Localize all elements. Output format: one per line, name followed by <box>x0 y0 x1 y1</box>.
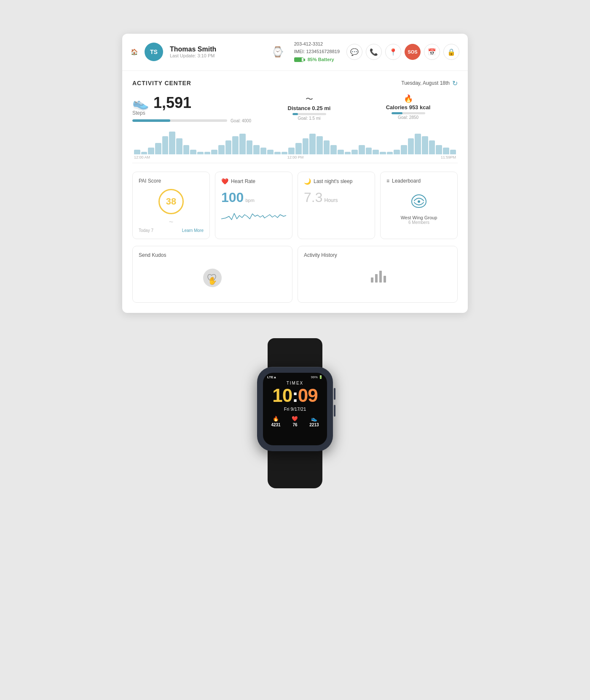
chart-bar <box>366 148 372 154</box>
svg-point-0 <box>418 200 420 203</box>
cards-grid: PAI Score 38 ~ Today 7 Learn More ❤️ Hea… <box>122 165 468 246</box>
chart-bar <box>309 134 316 154</box>
activity-history-title: Activity History <box>304 252 337 258</box>
chart-bar <box>351 150 358 154</box>
sleep-value: 7.3 <box>304 190 322 205</box>
chart-bar <box>443 148 449 154</box>
svg-rect-4 <box>375 274 378 283</box>
pai-bottom: Today 7 Learn More <box>139 228 204 233</box>
chart-bar <box>282 152 288 154</box>
distance-icon: 〜 <box>260 94 359 104</box>
watch-calories-value: 4231 <box>271 423 280 427</box>
watch-heart-icon: ❤️ <box>292 416 298 422</box>
header-actions: 💬 📞 📍 SOS 📅 🔒 <box>346 44 459 60</box>
calendar-button[interactable]: 📅 <box>424 44 440 60</box>
chart-bar <box>422 136 428 154</box>
chart-bar <box>345 152 351 154</box>
chart-bar <box>176 138 182 154</box>
sleep-icon: 🌙 <box>304 178 311 185</box>
distance-value: Distance 0.25 mi <box>260 105 359 111</box>
battery-text: 85% Battery <box>308 56 334 64</box>
svg-rect-5 <box>379 271 382 283</box>
chart-bar <box>394 150 400 154</box>
leaderboard-card[interactable]: ≡ Leaderboard West Wing Group 6 Members <box>380 172 458 239</box>
bottom-cards-grid: Send Kudos ✋ Activity History <box>122 246 468 313</box>
pai-learn[interactable]: Learn More <box>182 228 204 233</box>
activity-history-card[interactable]: Activity History <box>298 246 458 303</box>
leaderboard-icon: ≡ <box>386 178 389 184</box>
watch-icon: ⌚ <box>271 46 284 58</box>
calories-progress-fill <box>392 112 402 114</box>
chart-bar <box>260 148 267 154</box>
watch-side-button-top[interactable] <box>334 388 335 400</box>
svg-rect-6 <box>384 276 386 283</box>
lock-button[interactable]: 🔒 <box>443 44 459 60</box>
chart-bar <box>134 150 140 154</box>
svg-text:✋: ✋ <box>208 276 217 285</box>
leaderboard-badge <box>407 189 431 213</box>
watch-calories-icon: 🔥 <box>273 416 279 422</box>
home-icon[interactable]: 🏠 <box>131 48 138 55</box>
phone-number: 203-412-3312 <box>294 40 340 48</box>
chart-labels: 12:00 AM 12:00 PM 11:59PM <box>132 154 458 159</box>
ac-title: ACTIVITY CENTER <box>132 80 191 86</box>
pai-title: PAI Score <box>139 178 161 184</box>
leaderboard-group-name: West Wing Group <box>386 215 451 220</box>
user-info: Thomas Smith Last Update: 3:10 PM <box>170 46 265 58</box>
battery-icon <box>294 57 305 62</box>
watch-steps-value: 2213 <box>309 423 319 427</box>
chart-bar <box>330 145 337 154</box>
sleep-card[interactable]: 🌙 Last night's sleep 7.3 Hours <box>298 172 375 239</box>
location-button[interactable]: 📍 <box>385 44 401 60</box>
chart-bar <box>380 152 386 154</box>
watch-side-button-bottom[interactable] <box>334 405 335 417</box>
chart-bar <box>162 136 169 154</box>
chart-bar <box>148 148 154 154</box>
activity-center: ACTIVITY CENTER Tuesday, August 18th ↻ 👟… <box>122 71 468 163</box>
watch-lte: LTE▲ <box>267 375 276 379</box>
chart-bar <box>295 143 302 154</box>
hr-value: 100 <box>221 190 244 205</box>
phone-button[interactable]: 📞 <box>366 44 382 60</box>
ac-date: Tuesday, August 18th ↻ <box>401 79 458 87</box>
watch-band-bottom <box>268 450 322 488</box>
calories-icon: 🔥 <box>359 94 458 103</box>
chart-bar <box>267 150 274 154</box>
pai-card[interactable]: PAI Score 38 ~ Today 7 Learn More <box>132 172 210 239</box>
svg-rect-3 <box>371 277 373 283</box>
chart-bar <box>225 140 232 154</box>
heart-rate-icon: ❤️ <box>221 178 228 185</box>
distance-progress-fill <box>292 113 298 115</box>
watch-time: 10:09 <box>272 386 318 405</box>
watch-steps-icon: 👟 <box>311 416 317 422</box>
chart-bar <box>218 145 225 154</box>
chart-bar <box>247 140 253 154</box>
chart-bar <box>324 140 330 154</box>
steps-label: Steps <box>132 110 251 116</box>
chart-bar <box>429 140 435 154</box>
user-name: Thomas Smith <box>170 46 265 53</box>
heart-rate-card[interactable]: ❤️ Heart Rate 100 bpm <box>215 172 292 239</box>
kudos-icon: ✋ <box>139 263 286 296</box>
chat-button[interactable]: 💬 <box>346 44 362 60</box>
hr-chart <box>221 207 286 222</box>
sos-button[interactable]: SOS <box>405 44 421 60</box>
dashboard-card: 🏠 TS Thomas Smith Last Update: 3:10 PM ⌚… <box>122 34 468 313</box>
activity-chart: 12:00 AM 12:00 PM 11:59PM <box>132 127 458 161</box>
hr-unit: bpm <box>245 198 254 203</box>
watch-status-bar: LTE▲ 99% 🔋 <box>263 373 327 380</box>
refresh-icon[interactable]: ↻ <box>452 79 458 87</box>
chart-bar <box>338 150 344 154</box>
kudos-card[interactable]: Send Kudos ✋ <box>132 246 292 303</box>
chart-bar <box>253 145 260 154</box>
pai-dash: ~ <box>139 218 204 226</box>
watch-metric-steps: 👟 2213 <box>309 416 319 427</box>
steps-progress-fill <box>132 119 170 122</box>
watch-container: LTE▲ 99% 🔋 TIMEX 10:09 Fri 9/17/21 🔥 423… <box>249 338 341 488</box>
chart-bar <box>155 143 161 154</box>
chart-bars <box>132 127 458 154</box>
chart-bar <box>303 138 309 154</box>
watch-battery: 99% 🔋 <box>311 375 323 379</box>
calories-stat: 🔥 Calories 953 kcal Goal: 2850 <box>359 94 458 120</box>
chart-bar <box>169 132 175 154</box>
